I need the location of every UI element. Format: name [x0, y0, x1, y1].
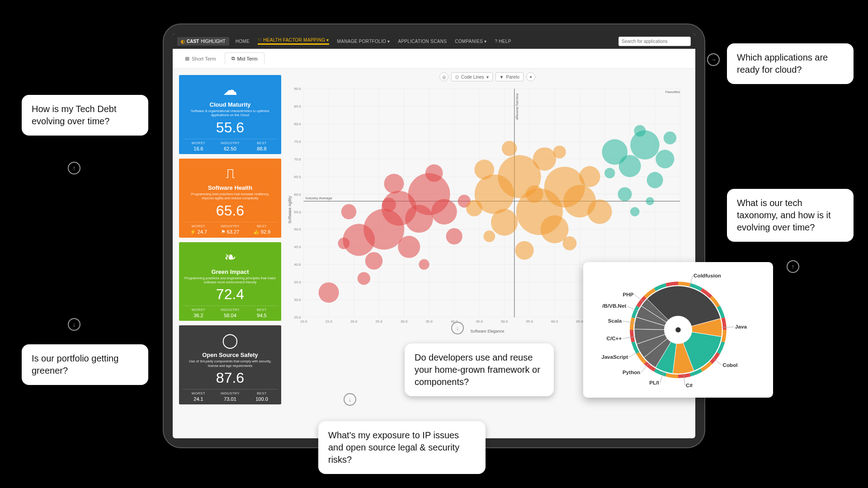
- chart-controls: ◎ ⟨⟩ Code Lines ▾ ▼ Pareto ✦: [286, 72, 689, 81]
- tab-mid-term[interactable]: ⧉ Mid Term: [225, 52, 264, 65]
- svg-point-76: [358, 272, 370, 285]
- svg-point-111: [630, 207, 640, 216]
- stat-worst: 24.7: [198, 229, 207, 235]
- binoculars-icon: ⧉: [231, 56, 235, 61]
- svg-text:Coldfusion: Coldfusion: [693, 272, 721, 278]
- nav-health-factor-mapping[interactable]: ♡ HEALTH FACTOR MAPPING ▾: [258, 38, 329, 45]
- connector-greener: ↓: [68, 318, 80, 331]
- nav-companies[interactable]: COMPANIES ▾: [455, 39, 486, 44]
- callout-text: Do developers use and reuse your home-gr…: [415, 352, 540, 387]
- svg-point-87: [491, 209, 518, 235]
- card-stats: WORST24.1 INDUSTRY73.01 BEST100.0: [183, 389, 278, 404]
- stat-industry: 63.27: [227, 229, 240, 235]
- svg-point-75: [384, 174, 404, 193]
- svg-point-77: [446, 228, 462, 244]
- svg-point-95: [502, 141, 517, 156]
- svg-point-91: [515, 241, 533, 259]
- svg-text:25.0: 25.0: [375, 319, 382, 324]
- leaf-icon: ❧: [183, 249, 278, 266]
- svg-text:JavaScript: JavaScript: [601, 354, 628, 360]
- chevron-down-icon: ▾: [326, 38, 329, 42]
- tab-short-label: Short Term: [192, 56, 216, 61]
- svg-point-74: [431, 199, 457, 225]
- taxonomy-donut[interactable]: ColdfusionJavaCobolC#PL/IPythonJavaScrip…: [590, 268, 767, 391]
- card-value: 65.6: [183, 202, 278, 219]
- search-input[interactable]: [618, 37, 691, 46]
- stat-label: INDUSTRY: [214, 224, 246, 228]
- connector-tech-debt: ↑: [68, 162, 80, 174]
- svg-text:55.0: 55.0: [526, 319, 533, 324]
- nav-help[interactable]: ? HELP: [495, 39, 511, 44]
- callout-tech-debt: How is my Tech Debt evolving over time?: [22, 95, 148, 136]
- nav-home[interactable]: HOME: [236, 39, 250, 44]
- svg-point-104: [647, 172, 663, 188]
- svg-text:35.0: 35.0: [425, 319, 433, 324]
- card-software-health[interactable]: ⎍ Software Health Programming best pract…: [179, 159, 281, 238]
- svg-text:Industry Average: Industry Average: [306, 196, 333, 200]
- callout-cloud: Which applications are ready for cloud?: [727, 43, 854, 84]
- stat-best: 94.5: [246, 313, 278, 318]
- svg-text:30.0: 30.0: [401, 319, 408, 324]
- nav-manage-portfolio[interactable]: MANAGE PORTFOLIO ▾: [337, 39, 390, 44]
- card-desc: Programming best practices that increase…: [183, 192, 278, 201]
- term-tabs: ▦ Short Term ⧉ Mid Term: [173, 49, 695, 69]
- pareto-button[interactable]: ▼ Pareto: [495, 72, 524, 81]
- tab-short-term[interactable]: ▦ Short Term: [178, 52, 223, 65]
- svg-text:30.0: 30.0: [294, 298, 301, 302]
- svg-text:10.0: 10.0: [300, 319, 307, 324]
- callout-text: What's my exposure to IP issues and open…: [328, 430, 459, 465]
- svg-point-102: [619, 155, 641, 177]
- svg-point-106: [656, 150, 674, 168]
- svg-text:Industry Average: Industry Average: [515, 93, 519, 120]
- card-title: Open Source Safety: [183, 352, 278, 358]
- callout-text: Which applications are ready for cloud?: [737, 52, 828, 75]
- settings-button[interactable]: ✦: [526, 72, 535, 81]
- nav-companies-label: COMPANIES: [455, 39, 483, 44]
- svg-point-94: [579, 166, 600, 187]
- stat-label: WORST: [183, 391, 214, 395]
- brand-logo[interactable]: ◐ CAST HIGHLIGHT: [177, 37, 229, 46]
- stat-label: BEST: [246, 391, 278, 395]
- card-green-impact[interactable]: ❧ Green Impact Programming practices and…: [179, 242, 281, 321]
- svg-text:35.0: 35.0: [294, 280, 301, 284]
- svg-text:45.0: 45.0: [476, 319, 483, 324]
- nav-application-scans[interactable]: APPLICATION SCANS: [398, 39, 447, 44]
- brand-suffix: HIGHLIGHT: [201, 39, 225, 44]
- svg-point-88: [533, 147, 557, 171]
- svg-point-137: [675, 327, 681, 333]
- svg-point-98: [483, 230, 495, 242]
- connector-taxonomy: ↑: [787, 260, 799, 273]
- stat-label: INDUSTRY: [214, 141, 246, 145]
- svg-text:20.0: 20.0: [350, 319, 358, 324]
- svg-point-78: [425, 164, 443, 182]
- chevron-down-icon: ▾: [486, 75, 489, 80]
- stat-worst: 24.1: [183, 396, 214, 402]
- card-stats: WORST36.2 INDUSTRY58.04 BEST94.5: [183, 305, 278, 321]
- card-cloud-maturity[interactable]: ☁ Cloud Maturity Software & organization…: [179, 75, 281, 154]
- target-button[interactable]: ◎: [439, 72, 448, 81]
- card-value: 87.6: [183, 370, 278, 386]
- card-title: Software Health: [183, 184, 278, 191]
- svg-text:25.0: 25.0: [294, 315, 301, 319]
- code-icon: ⟨⟩: [455, 75, 459, 80]
- svg-point-105: [618, 187, 632, 201]
- logo-mark: ◐: [181, 39, 185, 44]
- stat-best: 100.0: [246, 396, 278, 402]
- stat-worst: 36.2: [183, 313, 214, 318]
- svg-point-81: [419, 259, 429, 270]
- svg-text:65.0: 65.0: [576, 319, 583, 324]
- pareto-label: Pareto: [506, 75, 519, 80]
- svg-point-72: [341, 204, 356, 219]
- svg-text:Python: Python: [623, 369, 640, 375]
- svg-point-103: [630, 131, 659, 160]
- callout-text: What is our tech taxonomy, and how is it…: [737, 198, 831, 232]
- heartbeat-icon: ⎍: [183, 165, 278, 182]
- stat-worst: 16.6: [183, 146, 214, 151]
- cloud-icon: ☁: [183, 81, 278, 99]
- card-open-source-safety[interactable]: ◯ Open Source Safety Use of 3rd-party co…: [179, 325, 281, 404]
- svg-text:80.0: 80.0: [294, 122, 301, 126]
- card-desc: Programming practices and engineering pr…: [183, 276, 278, 285]
- size-by-dropdown[interactable]: ⟨⟩ Code Lines ▾: [451, 72, 493, 81]
- svg-point-79: [338, 238, 350, 249]
- svg-text:90.0: 90.0: [294, 87, 301, 91]
